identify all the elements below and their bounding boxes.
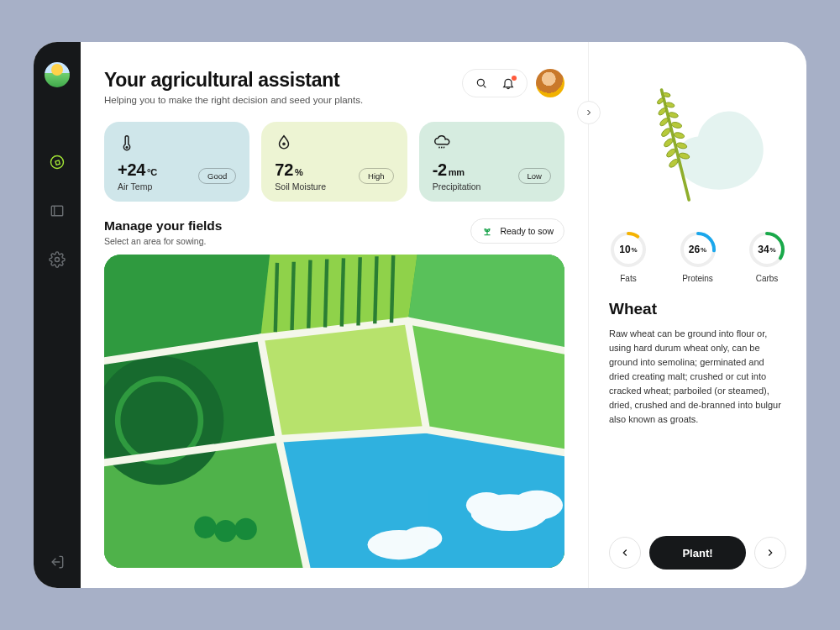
nutrient-fats: 10% Fats	[609, 230, 648, 283]
nutrient-fats-value: 10%	[609, 230, 648, 269]
header-text: Your agricultural assistant Helping you …	[104, 69, 363, 105]
nutrient-carbs: 34% Carbs	[748, 230, 786, 283]
header-tools	[462, 69, 564, 97]
metric-moist-label: Soil Moisture	[275, 181, 326, 192]
fields-map-illustration	[104, 255, 564, 568]
nav-explore-icon[interactable]	[48, 153, 66, 171]
svg-line-16	[375, 256, 376, 323]
search-icon[interactable]	[475, 76, 488, 90]
svg-line-13	[325, 259, 327, 327]
header: Your agricultural assistant Helping you …	[104, 69, 564, 105]
svg-point-6	[283, 143, 285, 144]
cloud-rain-icon	[433, 134, 451, 152]
svg-line-10	[276, 263, 277, 332]
svg-point-31	[663, 137, 675, 148]
svg-point-3	[55, 258, 60, 262]
next-plant-button[interactable]	[754, 537, 786, 569]
svg-point-4	[477, 79, 484, 86]
sidebar-nav	[48, 153, 66, 521]
metric-soil-moisture[interactable]: 72% Soil Moisture High	[261, 122, 407, 202]
svg-line-15	[359, 257, 360, 325]
plant-button[interactable]: Plant!	[649, 536, 746, 570]
metric-air-temp[interactable]: +24°C Air Temp Good	[104, 122, 249, 202]
metric-precip-value: -2mm	[433, 160, 481, 180]
metric-temp-badge: Good	[198, 168, 236, 184]
plant-actions: Plant!	[609, 522, 786, 570]
svg-point-19	[512, 491, 563, 520]
nav-logout-icon[interactable]	[48, 553, 66, 571]
nutrient-carbs-label: Carbs	[756, 274, 779, 283]
main-content: Your agricultural assistant Helping you …	[81, 42, 588, 588]
svg-point-5	[126, 146, 129, 149]
fields-title: Manage your fields	[104, 218, 222, 234]
svg-point-24	[214, 520, 236, 542]
chevron-right-icon	[764, 547, 776, 559]
nutrient-rings: 10% Fats 26% Proteins	[609, 230, 786, 283]
plant-description: Raw wheat can be ground into flour or, u…	[609, 327, 786, 427]
svg-point-37	[657, 107, 667, 116]
nutrient-fats-label: Fats	[620, 274, 636, 283]
plant-name: Wheat	[609, 300, 786, 318]
nav-settings-icon[interactable]	[48, 250, 66, 269]
svg-point-0	[51, 156, 64, 169]
panel-collapse-button[interactable]	[577, 101, 601, 124]
chevron-left-icon	[619, 547, 631, 559]
metric-moist-badge: High	[359, 168, 394, 184]
sprout-icon	[481, 225, 493, 237]
svg-point-39	[656, 97, 664, 106]
plant-illustration	[609, 64, 786, 215]
metric-moist-value: 72%	[275, 160, 326, 180]
nutrient-proteins-value: 26%	[679, 230, 717, 269]
user-avatar[interactable]	[536, 69, 564, 97]
svg-line-11	[292, 262, 294, 330]
nav-library-icon[interactable]	[48, 202, 66, 220]
page-title: Your agricultural assistant	[104, 69, 363, 92]
svg-line-12	[308, 260, 310, 328]
metric-precip-badge: Low	[518, 168, 551, 184]
svg-point-22	[402, 527, 442, 551]
svg-rect-2	[51, 206, 62, 216]
svg-line-17	[391, 255, 393, 323]
droplet-icon	[275, 134, 293, 152]
page-subtitle: Helping you to make the right decision a…	[104, 95, 363, 105]
app-window: Your agricultural assistant Helping you …	[34, 42, 806, 588]
fields-subtitle: Select an area for sowing.	[104, 236, 222, 246]
header-actions-pill	[462, 69, 528, 97]
sidebar	[34, 42, 81, 588]
fields-map[interactable]	[104, 255, 564, 568]
nutrient-proteins-label: Proteins	[682, 274, 713, 283]
metric-temp-label: Air Temp	[118, 181, 157, 192]
metric-precipitation[interactable]: -2mm Precipitation Low	[419, 122, 564, 202]
notification-bell-icon[interactable]	[501, 76, 515, 90]
nutrient-proteins: 26% Proteins	[679, 230, 717, 283]
svg-line-14	[342, 258, 344, 326]
nutrient-carbs-value: 34%	[748, 230, 786, 269]
metric-temp-value: +24°C	[118, 160, 157, 180]
ready-to-sow-badge: Ready to sow	[470, 218, 564, 244]
svg-point-23	[194, 517, 216, 538]
app-logo	[45, 62, 70, 87]
svg-point-20	[466, 492, 507, 518]
plant-detail-panel: 10% Fats 26% Proteins	[588, 42, 806, 588]
svg-point-33	[659, 127, 671, 138]
metric-precip-label: Precipitation	[433, 181, 481, 192]
svg-point-29	[665, 148, 677, 159]
thermometer-icon	[118, 134, 136, 152]
metrics-row: +24°C Air Temp Good 72% Soil	[104, 122, 564, 202]
prev-plant-button[interactable]	[609, 537, 641, 569]
svg-point-25	[235, 518, 257, 540]
fields-header: Manage your fields Select an area for so…	[104, 218, 564, 246]
svg-point-35	[659, 117, 669, 127]
ready-to-sow-label: Ready to sow	[500, 226, 554, 236]
svg-marker-1	[55, 160, 60, 165]
notification-dot	[512, 76, 517, 81]
